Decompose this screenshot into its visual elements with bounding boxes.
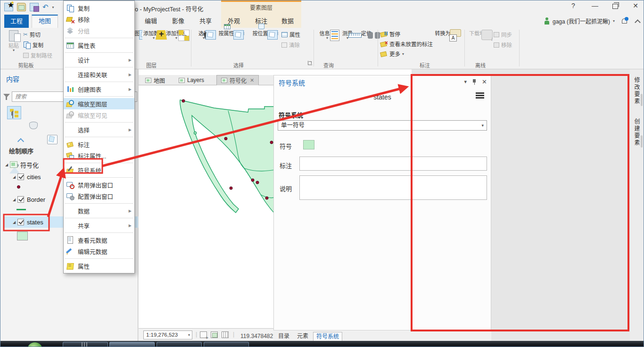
select-button[interactable]: 选择▾ [194,29,214,60]
measure-button[interactable]: 测量▾ [338,29,357,60]
menu-item-symbology[interactable]: 符号系统 [64,165,134,176]
select-by-location-button[interactable]: 按位置选择 [248,29,282,60]
open-project-icon[interactable] [17,3,26,11]
view-tab-map[interactable]: 地图 [141,75,169,85]
new-project-icon[interactable] [4,3,13,11]
menu-item-joins-relates[interactable]: 连接和关联▶ [64,69,134,80]
taskbar-button[interactable] [157,342,202,347]
menu-item-copy[interactable]: 复制 [64,2,134,14]
menu-item-attribute-table[interactable]: 属性表 [64,40,134,51]
minimize-button[interactable]: — [591,2,599,9]
filter-icon[interactable] [3,94,10,100]
convert-to-annotation-button[interactable]: 转换为注记 [434,29,462,60]
label-input[interactable] [299,157,487,171]
tab-share[interactable]: 共享 [195,15,216,28]
states-fill-symbol[interactable] [17,231,28,240]
description-textarea[interactable] [299,175,487,200]
tab-project[interactable]: 工程 [4,15,29,28]
paste-button[interactable]: 粘贴▾ [2,29,25,60]
save-project-icon[interactable] [30,3,39,11]
start-orb-icon[interactable] [27,342,43,347]
taskbar-button[interactable] [204,342,249,347]
new-bookmark-icon[interactable] [200,331,207,338]
menu-item-group[interactable]: 分组 [64,25,134,36]
tree-item-border[interactable]: ◢ Border [11,194,45,205]
more-labeling-button[interactable]: 更多▾ [380,50,433,58]
cut-button[interactable]: ✂剪切 [23,31,52,38]
windows-taskbar[interactable] [0,341,644,347]
tab-imagery[interactable]: 影像 [167,15,189,28]
menu-item-edit-metadata[interactable]: 编辑元数据 [64,246,134,257]
dock-tab-modify-features[interactable]: 修改要素 [633,77,641,105]
add-data-button[interactable]: 添加数据▾ [142,29,165,60]
grid-icon[interactable] [222,331,229,338]
symbol-swatch-button[interactable] [303,140,314,149]
menu-item-zoom-to-visible[interactable]: 缩放至可见 [64,109,134,121]
expander-icon[interactable]: ◢ [11,175,17,179]
menu-item-view-metadata[interactable]: 查看元数据 [64,234,134,246]
cities-point-symbol[interactable] [17,185,20,189]
menu-item-remove[interactable]: 移除 [64,14,134,25]
download-map-button[interactable]: 下载地图 [467,29,492,60]
copy-button[interactable]: 复制 [23,41,52,49]
locate-button[interactable]: 定位 [357,29,376,60]
sync-button[interactable]: 同步 [494,31,512,38]
panel-close-icon[interactable]: ✕ [482,78,487,85]
taskbar-button[interactable] [63,342,108,347]
close-button[interactable]: ✕ [631,2,640,9]
dock-tab-create-features[interactable]: 创建要素 [633,118,641,147]
tree-item-map[interactable]: ◢ 符号化 [3,159,39,170]
expander-icon[interactable]: ◢ [11,198,17,202]
list-by-selection-button[interactable] [45,132,59,146]
renderer-select[interactable]: 单一符号▾ [278,120,487,131]
view-tab-layers[interactable]: Layers [174,75,208,85]
pin-icon[interactable] [472,79,476,85]
menu-item-zoom-to-layer[interactable]: 缩放至图层 [64,98,134,109]
tab-edit[interactable]: 编辑 [140,15,162,28]
menu-item-share[interactable]: 共享▶ [64,220,134,231]
menu-item-create-chart[interactable]: 创建图表▶ [64,83,134,95]
menu-item-data[interactable]: 数据▶ [64,205,134,216]
remove-offline-button[interactable]: 移除 [494,41,512,49]
copy-path-button[interactable]: 复制路径 [23,51,52,59]
states-checkbox[interactable] [17,219,24,225]
view-unplaced-button[interactable]: 查看未放置的标注 [380,40,433,48]
help-button[interactable]: ? [569,2,578,9]
infographics-button[interactable]: 信息图▾ [316,29,338,60]
notifications-bell-icon[interactable] [621,18,627,25]
dock-tab-catalog[interactable]: 目录 [275,332,292,341]
menu-item-properties[interactable]: 属性 [64,260,134,272]
add-preset-button[interactable]: 添加预设▾ [165,29,188,60]
clear-selection-button[interactable]: 清除 [281,41,300,49]
undo-dropdown-icon[interactable]: ▾ [52,5,54,9]
tree-item-cities[interactable]: ◢ cities [11,171,41,182]
view-tab-symbolization[interactable]: 符号化 ✕ [216,75,259,85]
tab-data[interactable]: 数据 [277,15,298,28]
select-by-attributes-button[interactable]: 按属性选择 [215,29,248,60]
border-line-symbol[interactable] [17,209,26,210]
undo-icon[interactable]: ↶ [42,3,49,11]
restore-button[interactable] [612,4,618,9]
menu-item-label[interactable]: 标注 [64,139,134,150]
border-checkbox[interactable] [17,196,24,203]
panel-menu-icon[interactable]: ▾ [464,79,467,85]
close-view-icon[interactable]: ✕ [250,77,254,83]
menu-item-selection[interactable]: 选择▶ [64,124,134,135]
menu-item-design[interactable]: 设计▶ [64,54,134,66]
hamburger-menu-icon[interactable] [476,92,484,99]
collapse-toolbar-icon[interactable] [17,138,24,145]
menu-item-labeling-properties[interactable]: 标注属性... [64,150,134,161]
list-by-data-source-button[interactable] [26,119,40,132]
expander-icon[interactable]: ◢ [3,163,10,167]
attributes-button[interactable]: 属性 [281,31,300,38]
taskbar-button[interactable] [109,342,155,347]
account-chip[interactable]: gaga (我们一起抓泥鳅) ▾ [544,17,627,25]
collapse-ribbon-icon[interactable] [635,19,641,25]
list-by-drawing-order-button[interactable] [7,106,21,119]
menu-item-disable-popup[interactable]: 禁用弹出窗口 [64,179,134,190]
basemap-switch-icon[interactable] [211,331,218,338]
menu-item-configure-popup[interactable]: 配置弹出窗口 [64,190,134,202]
expander-icon[interactable]: ◢ [11,220,17,224]
dock-tab-symbology[interactable]: 符号系统 [313,332,342,341]
pause-labeling-button[interactable]: 暂停 [380,30,433,38]
